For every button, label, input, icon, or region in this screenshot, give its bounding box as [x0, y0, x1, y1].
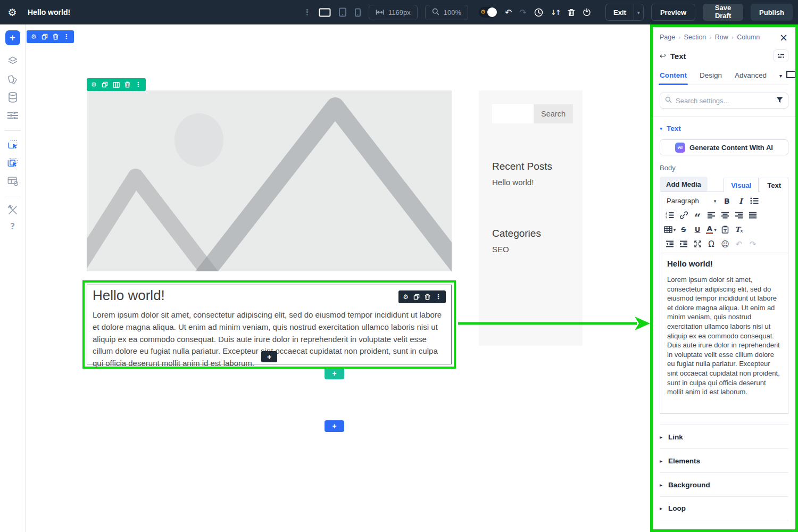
bold-icon[interactable]: B	[720, 195, 733, 207]
interaction-mode-toggle[interactable]: ⚙	[479, 7, 497, 18]
add-module-button[interactable]: +	[5, 30, 20, 45]
editor-tab-text[interactable]: Text	[760, 178, 788, 192]
accordion-loop[interactable]: ▸ Loop	[660, 496, 788, 520]
align-center-icon[interactable]	[719, 209, 732, 221]
trash-icon[interactable]	[124, 81, 130, 88]
add-media-button[interactable]: Add Media	[660, 177, 708, 192]
redo-icon[interactable]: ↷	[519, 7, 526, 18]
breadcrumb-row[interactable]: Row	[715, 34, 728, 41]
page-toolbar-chip: ⚙ ⋮	[27, 30, 74, 43]
tab-design[interactable]: Design	[700, 71, 722, 85]
settings-gear-icon[interactable]: ⚙	[0, 6, 24, 18]
undo-icon[interactable]: ↶	[505, 7, 512, 18]
generate-ai-button[interactable]: AI Generate Content With AI	[660, 139, 788, 155]
widget-search-input[interactable]	[492, 104, 534, 123]
kebab-icon[interactable]: ⋮	[63, 34, 70, 40]
numbered-list-icon[interactable]: 123	[663, 209, 676, 221]
desktop-indicator-icon[interactable]	[786, 71, 796, 80]
presets-icon[interactable]	[774, 49, 788, 62]
justify-icon[interactable]	[746, 209, 759, 221]
category-link[interactable]: SEO	[492, 245, 509, 254]
desktop-view-icon[interactable]	[319, 8, 331, 17]
back-arrow-icon[interactable]: ↩	[660, 52, 666, 60]
editor-undo-icon[interactable]: ↶	[733, 238, 745, 250]
duplicate-icon[interactable]	[41, 34, 48, 40]
text-color-icon[interactable]: A▾	[705, 223, 718, 236]
strikethrough-icon[interactable]: S	[677, 223, 690, 236]
tools-icon[interactable]	[6, 204, 19, 217]
table-icon[interactable]: ▾	[663, 223, 676, 236]
tab-content[interactable]: Content	[660, 71, 687, 85]
filter-icon[interactable]	[776, 96, 783, 105]
image-placeholder[interactable]	[87, 90, 452, 271]
publish-button[interactable]: Publish	[751, 4, 793, 21]
select-element-icon[interactable]	[6, 138, 19, 151]
gear-icon[interactable]: ⚙	[31, 34, 37, 40]
italic-icon[interactable]: I	[734, 195, 747, 207]
link-icon[interactable]	[677, 209, 690, 221]
columns-icon[interactable]	[113, 82, 120, 88]
settings-list-icon[interactable]	[6, 109, 19, 122]
accordion-elements[interactable]: ▸ Elements	[660, 448, 788, 472]
import-export-icon[interactable]: ↓↑	[551, 9, 560, 16]
search-settings-input[interactable]	[676, 97, 772, 105]
bullet-list-icon[interactable]	[748, 195, 761, 207]
table-settings-icon[interactable]	[6, 174, 19, 187]
breadcrumb-column[interactable]: Column	[737, 34, 760, 41]
align-left-icon[interactable]	[705, 209, 718, 221]
emoji-icon[interactable]: ☺	[719, 238, 732, 250]
align-right-icon[interactable]	[733, 209, 745, 221]
breadcrumb-page[interactable]: Page	[660, 34, 675, 41]
zoom-level-input[interactable]: 100%	[425, 5, 468, 20]
database-icon[interactable]	[6, 91, 19, 104]
duplicate-icon[interactable]	[413, 294, 420, 300]
tablet-view-icon[interactable]	[338, 7, 347, 17]
viewport-width-input[interactable]: 1169px	[369, 5, 418, 20]
gear-icon[interactable]: ⚙	[403, 294, 409, 300]
text-section-toggle[interactable]: ▾ Text	[660, 124, 788, 132]
close-panel-icon[interactable]: ×	[779, 32, 788, 43]
editor-content-area[interactable]: Hello world! Lorem ipsum dolor sit amet,…	[660, 253, 788, 414]
accordion-background[interactable]: ▸ Background	[660, 472, 788, 496]
multi-select-icon[interactable]	[6, 156, 19, 169]
layers-icon[interactable]	[6, 55, 19, 68]
blockquote-icon[interactable]: “	[691, 209, 704, 221]
fullscreen-icon[interactable]	[691, 238, 704, 250]
preview-button[interactable]: Preview	[651, 4, 695, 21]
trash-icon[interactable]	[53, 34, 59, 40]
trash-icon[interactable]	[568, 9, 575, 16]
kebab-icon[interactable]: ⋮	[435, 294, 442, 300]
clear-formatting-icon[interactable]: Tx	[733, 223, 745, 236]
underline-icon[interactable]: U	[691, 223, 704, 236]
trash-icon[interactable]	[425, 294, 430, 300]
recent-post-link[interactable]: Hello world!	[492, 178, 534, 187]
gear-icon[interactable]: ⚙	[91, 81, 97, 88]
tab-advanced[interactable]: Advanced	[735, 71, 767, 85]
accordion-link[interactable]: ▸ Link	[660, 425, 788, 448]
outdent-icon[interactable]	[663, 238, 676, 250]
editor-heading: Hello world!	[667, 259, 781, 268]
exit-button[interactable]: Exit	[605, 4, 634, 21]
special-character-icon[interactable]: Ω	[705, 238, 718, 250]
editor-redo-icon[interactable]: ↷	[746, 238, 759, 250]
add-section-button[interactable]: +	[325, 420, 344, 432]
breadcrumb-section[interactable]: Section	[684, 34, 706, 41]
phone-view-icon[interactable]	[354, 8, 361, 17]
help-icon[interactable]: ?	[10, 222, 15, 231]
paste-as-text-icon[interactable]	[719, 223, 732, 236]
editor-tab-visual[interactable]: Visual	[724, 178, 759, 192]
add-module-inline-button[interactable]: +	[261, 351, 277, 362]
design-presets-icon[interactable]	[6, 73, 19, 86]
paragraph-format-dropdown[interactable]: Paragraph ▾	[663, 195, 719, 207]
portability-icon[interactable]	[583, 8, 591, 16]
responsive-caret-icon[interactable]: ▾	[779, 73, 782, 79]
duplicate-icon[interactable]	[102, 81, 108, 88]
more-options-icon[interactable]: ⋮	[303, 7, 311, 17]
save-draft-button[interactable]: Save Draft	[703, 4, 743, 21]
history-icon[interactable]	[534, 8, 543, 17]
kebab-icon[interactable]: ⋮	[135, 81, 142, 88]
widget-search-button[interactable]: Search	[534, 104, 573, 123]
exit-caret-icon[interactable]: ▾	[634, 4, 644, 21]
indent-icon[interactable]	[677, 238, 690, 250]
selected-text-module[interactable]: Hello world! Lorem ipsum dolor sit amet,…	[82, 280, 456, 369]
